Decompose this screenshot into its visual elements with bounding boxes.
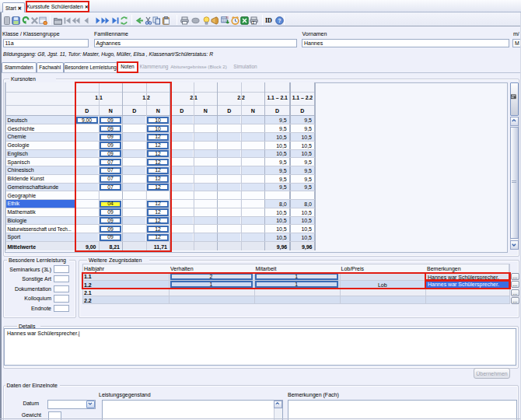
svg-text:?: ?: [278, 18, 281, 23]
svg-text:Z: Z: [252, 21, 254, 25]
svg-text:71: 71: [226, 16, 229, 19]
